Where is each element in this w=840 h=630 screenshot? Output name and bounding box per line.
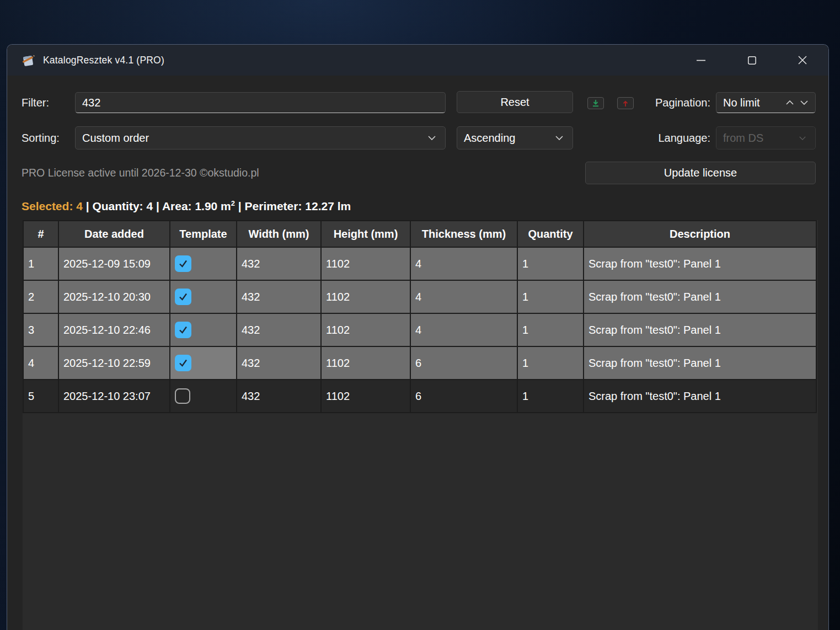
cell-row-number[interactable]: 4 xyxy=(23,346,58,380)
cell-date-added[interactable]: 2025-12-10 23:07 xyxy=(58,380,170,413)
cell-template[interactable] xyxy=(170,247,237,280)
app-icon xyxy=(20,52,36,68)
table-row[interactable]: 52025-12-10 23:07432110261Scrap from "te… xyxy=(23,380,816,413)
chevron-down-icon xyxy=(555,135,564,141)
cell-thickness-mm[interactable]: 4 xyxy=(410,313,517,346)
cell-height-mm[interactable]: 1102 xyxy=(321,280,410,313)
cell-width-mm[interactable]: 432 xyxy=(237,346,321,380)
cell-width-mm[interactable]: 432 xyxy=(237,247,321,280)
cell-template[interactable] xyxy=(170,313,237,346)
scraps-table: #Date addedTemplateWidth (mm)Height (mm)… xyxy=(23,220,817,413)
sorting-label: Sorting: xyxy=(22,126,60,150)
cell-width-mm[interactable]: 432 xyxy=(237,380,321,413)
client-area: Filter: Reset Pagination: No limit Sorti… xyxy=(7,76,828,630)
cell-row-number[interactable]: 3 xyxy=(23,313,58,346)
sorting-value: Custom order xyxy=(82,132,427,145)
checkbox-checked-icon[interactable] xyxy=(175,255,191,272)
cell-quantity[interactable]: 1 xyxy=(517,280,584,313)
license-text: PRO License active until 2026-12-30 ©oks… xyxy=(22,165,259,180)
spinner-up-icon[interactable] xyxy=(785,100,794,105)
checkbox-checked-icon[interactable] xyxy=(175,289,191,305)
direction-value: Ascending xyxy=(464,132,555,145)
column-header[interactable]: Width (mm) xyxy=(237,221,321,247)
table-row[interactable]: 32025-12-10 22:46432110241Scrap from "te… xyxy=(23,313,816,346)
cell-thickness-mm[interactable]: 4 xyxy=(410,280,517,313)
cell-row-number[interactable]: 5 xyxy=(23,380,58,413)
title-bar: KatalogResztek v4.1 (PRO) xyxy=(7,45,828,76)
status-mid: | Quantity: 4 | Area: 1.90 m xyxy=(83,200,231,212)
window-title: KatalogResztek v4.1 (PRO) xyxy=(43,55,164,66)
app-window: KatalogResztek v4.1 (PRO) Filter: Reset xyxy=(7,44,829,630)
cell-description[interactable]: Scrap from "test0": Panel 1 xyxy=(584,247,816,280)
cell-quantity[interactable]: 1 xyxy=(517,247,584,280)
cell-row-number[interactable]: 2 xyxy=(23,280,58,313)
cell-quantity[interactable]: 1 xyxy=(517,380,584,413)
checkbox-checked-icon[interactable] xyxy=(175,355,191,371)
status-selected: Selected: 4 xyxy=(22,200,83,212)
language-label: Language: xyxy=(614,126,710,150)
column-header[interactable]: Description xyxy=(584,221,816,247)
cell-thickness-mm[interactable]: 6 xyxy=(410,380,517,413)
maximize-button[interactable] xyxy=(739,49,765,71)
import-button[interactable] xyxy=(587,97,604,109)
cell-date-added[interactable]: 2025-12-09 15:09 xyxy=(58,247,170,280)
language-value: from DS xyxy=(723,132,799,145)
chevron-down-icon xyxy=(427,135,436,141)
cell-description[interactable]: Scrap from "test0": Panel 1 xyxy=(584,313,816,346)
cell-template[interactable] xyxy=(170,346,237,380)
column-header[interactable]: Height (mm) xyxy=(321,221,410,247)
minimize-button[interactable] xyxy=(688,49,714,71)
cell-quantity[interactable]: 1 xyxy=(517,346,584,380)
update-license-label: Update license xyxy=(664,167,737,179)
cell-row-number[interactable]: 1 xyxy=(23,247,58,280)
table-row[interactable]: 12025-12-09 15:09432110241Scrap from "te… xyxy=(23,247,816,280)
cell-width-mm[interactable]: 432 xyxy=(237,313,321,346)
cell-description[interactable]: Scrap from "test0": Panel 1 xyxy=(584,346,816,380)
pagination-label: Pagination: xyxy=(614,92,710,113)
cell-template[interactable] xyxy=(170,280,237,313)
column-header[interactable]: Thickness (mm) xyxy=(410,221,517,247)
sorting-dropdown[interactable]: Custom order xyxy=(75,126,446,150)
update-license-button[interactable]: Update license xyxy=(585,162,816,184)
cell-description[interactable]: Scrap from "test0": Panel 1 xyxy=(584,280,816,313)
table-viewport: #Date addedTemplateWidth (mm)Height (mm)… xyxy=(23,220,818,630)
reset-button[interactable]: Reset xyxy=(457,91,573,113)
status-tail: | Perimeter: 12.27 lm xyxy=(235,200,351,212)
cell-date-added[interactable]: 2025-12-10 22:46 xyxy=(58,313,170,346)
filter-input[interactable] xyxy=(75,92,446,113)
pagination-value: No limit xyxy=(723,97,780,109)
table-row[interactable]: 22025-12-10 20:30432110241Scrap from "te… xyxy=(23,280,816,313)
cell-thickness-mm[interactable]: 4 xyxy=(410,247,517,280)
column-header[interactable]: Template xyxy=(170,221,237,247)
cell-height-mm[interactable]: 1102 xyxy=(321,247,410,280)
cell-width-mm[interactable]: 432 xyxy=(237,280,321,313)
status-line: Selected: 4 | Quantity: 4 | Area: 1.90 m… xyxy=(22,196,351,214)
close-button[interactable] xyxy=(789,49,816,71)
cell-quantity[interactable]: 1 xyxy=(517,313,584,346)
filter-label: Filter: xyxy=(22,92,49,113)
column-header[interactable]: Quantity xyxy=(517,221,584,247)
cell-height-mm[interactable]: 1102 xyxy=(321,313,410,346)
cell-description[interactable]: Scrap from "test0": Panel 1 xyxy=(584,380,816,413)
column-header[interactable]: # xyxy=(23,221,58,247)
table-header-row: #Date addedTemplateWidth (mm)Height (mm)… xyxy=(23,221,816,247)
pagination-spinner[interactable]: No limit xyxy=(716,92,816,113)
cell-height-mm[interactable]: 1102 xyxy=(321,380,410,413)
direction-dropdown[interactable]: Ascending xyxy=(457,126,573,150)
cell-height-mm[interactable]: 1102 xyxy=(321,346,410,380)
cell-template[interactable] xyxy=(170,380,237,413)
spinner-down-icon[interactable] xyxy=(800,100,809,105)
cell-date-added[interactable]: 2025-12-10 20:30 xyxy=(58,280,170,313)
table-row[interactable]: 42025-12-10 22:59432110261Scrap from "te… xyxy=(23,346,816,380)
language-dropdown: from DS xyxy=(716,126,816,150)
column-header[interactable]: Date added xyxy=(58,221,170,247)
arrow-down-to-bar-icon xyxy=(591,99,600,108)
chevron-down-icon xyxy=(799,136,806,141)
checkbox-checked-icon[interactable] xyxy=(175,322,191,338)
cell-date-added[interactable]: 2025-12-10 22:59 xyxy=(58,346,170,380)
checkbox-unchecked-icon[interactable] xyxy=(175,388,190,404)
status-superscript: 2 xyxy=(231,199,235,207)
reset-button-label: Reset xyxy=(500,96,529,109)
cell-thickness-mm[interactable]: 6 xyxy=(410,346,517,380)
